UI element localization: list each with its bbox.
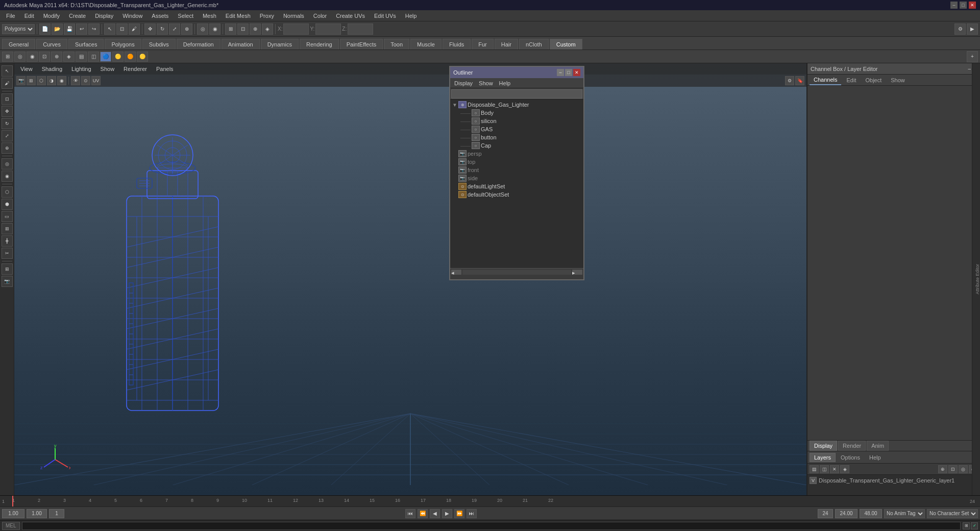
shelf-btn-5[interactable]: ⊕ xyxy=(51,52,62,62)
layer-vis-btn[interactable]: V xyxy=(810,477,817,484)
shelf-btn-3[interactable]: ◉ xyxy=(27,52,38,62)
open-button[interactable]: 📂 xyxy=(52,23,63,35)
select-tool-button[interactable]: ↖ xyxy=(104,23,115,35)
tab-animation[interactable]: Animation xyxy=(222,39,260,50)
outliner-item-persp[interactable]: 📷 persp xyxy=(450,150,583,158)
create-layer-from-selected-btn[interactable]: ◫ xyxy=(820,465,829,473)
sculpt-tool[interactable]: ◉ xyxy=(2,171,13,182)
move-tool-button[interactable]: ✥ xyxy=(144,23,156,35)
outliner-item-body[interactable]: —— ○ Body xyxy=(450,109,583,117)
vp-settings-btn[interactable]: ⚙ xyxy=(785,76,794,85)
undo-button[interactable]: ↩ xyxy=(76,23,87,35)
layer-item-1[interactable]: V Disposable_Transparent_Gas_Lighter_Gen… xyxy=(807,476,980,485)
outliner-menu-help[interactable]: Help xyxy=(497,80,513,86)
vp-camera-btn[interactable]: 📷 xyxy=(16,76,26,85)
split-tool[interactable]: ╋ xyxy=(2,235,13,247)
viewport-lighting-menu[interactable]: Lighting xyxy=(67,65,95,73)
menu-normals[interactable]: Normals xyxy=(279,12,308,20)
outliner-item-root[interactable]: ▼ ⊕ Disposable_Gas_Lighter xyxy=(450,101,583,109)
shelf-btn-9[interactable]: 🔵 xyxy=(100,52,111,62)
outliner-item-cap[interactable]: —— ○ Cap xyxy=(450,141,583,150)
append-tool[interactable]: ⊞ xyxy=(2,223,13,234)
layer-icon2-btn[interactable]: ⊡ xyxy=(948,465,958,473)
outliner-scroll-left[interactable]: ◂ xyxy=(451,270,461,275)
menu-modify[interactable]: Modify xyxy=(39,12,64,20)
x-input[interactable] xyxy=(283,23,309,35)
outliner-item-side[interactable]: 📷 side xyxy=(450,174,583,182)
shelf-btn-1[interactable]: ⊞ xyxy=(2,52,13,62)
viewport-show-menu[interactable]: Show xyxy=(96,65,119,73)
grid-snap-tool[interactable]: ⊞ xyxy=(2,263,13,275)
polygon-mode-select[interactable]: Polygons xyxy=(2,24,35,34)
outliner-menu-display[interactable]: Display xyxy=(452,80,475,86)
tab-general[interactable]: General xyxy=(2,39,35,50)
vp-grid-btn[interactable]: ⊞ xyxy=(27,76,36,85)
cb-tab-edit[interactable]: Edit xyxy=(842,76,860,85)
cb-tab-channels[interactable]: Channels xyxy=(810,75,841,85)
snap-curve-button[interactable]: ⊡ xyxy=(237,23,249,35)
shelf-btn-4[interactable]: ⊡ xyxy=(39,52,50,62)
le-tab-render[interactable]: Render xyxy=(838,441,866,451)
anim-tag-select[interactable]: No Anim Tag xyxy=(884,509,925,518)
minimize-button[interactable]: – xyxy=(950,2,958,9)
go-end-btn[interactable]: ⏭ xyxy=(467,509,477,518)
tab-surfaces[interactable]: Surfaces xyxy=(68,39,104,50)
cb-tab-show[interactable]: Show xyxy=(887,76,909,85)
layers-tab[interactable]: Layers xyxy=(810,453,836,462)
fps-input[interactable] xyxy=(860,509,882,518)
menu-file[interactable]: File xyxy=(2,12,19,20)
viewport-renderer-menu[interactable]: Renderer xyxy=(119,65,151,73)
outliner-scrollbar-track[interactable] xyxy=(462,270,571,275)
outliner-search-input[interactable] xyxy=(451,89,582,99)
vp-uv-btn[interactable]: UV xyxy=(91,76,101,85)
paint-select-button[interactable]: 🖌 xyxy=(129,23,140,35)
layer-icon1-btn[interactable]: ⊕ xyxy=(938,465,947,473)
next-frame-btn[interactable]: ⏩ xyxy=(454,509,464,518)
bridge-tool[interactable]: ▭ xyxy=(2,211,13,222)
menu-edit[interactable]: Edit xyxy=(20,12,38,20)
cut-tool[interactable]: ✂ xyxy=(2,248,13,259)
outliner-maximize[interactable]: □ xyxy=(565,69,572,76)
layer-icon3-btn[interactable]: ◎ xyxy=(959,465,968,473)
outliner-item-button[interactable]: —— ○ button xyxy=(450,133,583,141)
current-frame-input[interactable] xyxy=(2,509,24,518)
scale-tool[interactable]: ⤢ xyxy=(2,130,13,141)
le-tab-display[interactable]: Display xyxy=(810,441,837,451)
outliner-titlebar[interactable]: Outliner – □ ✕ xyxy=(450,67,583,78)
show-manip-tool[interactable]: ⊕ xyxy=(2,142,13,154)
snap-point-button[interactable]: ⊕ xyxy=(250,23,261,35)
delete-layer-btn[interactable]: ✕ xyxy=(830,465,839,473)
play-back-btn[interactable]: ◀ xyxy=(430,509,440,518)
ipr-button[interactable]: ▶ xyxy=(967,23,978,35)
outliner-item-objectset[interactable]: ⊙ defaultObjectSet xyxy=(450,190,583,199)
options-tab[interactable]: Options xyxy=(837,453,864,462)
outliner-scroll-right[interactable]: ▸ xyxy=(572,270,582,275)
vp-bookmark-btn[interactable]: 🔖 xyxy=(795,76,804,85)
viewport-view-menu[interactable]: View xyxy=(16,65,37,73)
outliner-scrollbar-h[interactable]: ◂ ▸ xyxy=(450,268,583,275)
tab-toon[interactable]: Toon xyxy=(384,39,409,50)
layer-options-btn[interactable]: ◈ xyxy=(840,465,849,473)
shelf-btn-6[interactable]: ◈ xyxy=(63,52,75,62)
go-start-btn[interactable]: ⏮ xyxy=(405,509,415,518)
save-button[interactable]: 💾 xyxy=(64,23,75,35)
z-input[interactable] xyxy=(348,23,373,35)
shelf-add-button[interactable]: + xyxy=(967,51,978,62)
outliner-minimize[interactable]: – xyxy=(557,69,564,76)
extrude-tool[interactable]: ⬡ xyxy=(2,186,13,198)
menu-color[interactable]: Color xyxy=(309,12,331,20)
outliner-item-top[interactable]: 📷 top xyxy=(450,158,583,166)
menu-edit-mesh[interactable]: Edit Mesh xyxy=(222,12,255,20)
viewport-shading-menu[interactable]: Shading xyxy=(38,65,66,73)
timeline-track[interactable]: 1 2 3 4 5 6 7 8 9 10 11 12 13 14 15 16 1 xyxy=(12,496,968,506)
vp-xray-btn[interactable]: ⊙ xyxy=(81,76,90,85)
snap-surface-button[interactable]: ◈ xyxy=(262,23,273,35)
redo-button[interactable]: ↪ xyxy=(88,23,100,35)
move-tool[interactable]: ✥ xyxy=(2,106,13,117)
le-tab-anim[interactable]: Anim xyxy=(867,441,889,451)
start-frame-input[interactable] xyxy=(27,509,47,518)
outliner-item-lightset[interactable]: ⊙ defaultLightSet xyxy=(450,182,583,190)
tab-custom[interactable]: Custom xyxy=(550,39,582,50)
tab-subdivs[interactable]: Subdivs xyxy=(142,39,176,50)
create-layer-btn[interactable]: ▤ xyxy=(810,465,819,473)
